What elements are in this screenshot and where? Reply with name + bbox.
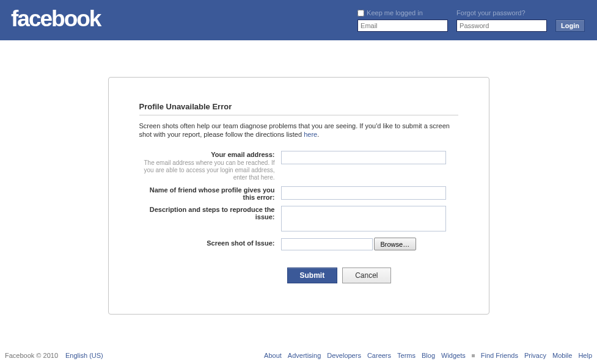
footer-link-findfriends[interactable]: Find Friends [481, 352, 518, 359]
browse-button[interactable]: Browse… [374, 238, 417, 250]
row-email: Your email address: The email address wh… [139, 151, 458, 181]
login-password-column: Forgot your password? [456, 9, 547, 32]
footer-link-widgets[interactable]: Widgets [441, 352, 466, 359]
friend-label-col: Name of friend whose profile gives you t… [139, 186, 281, 201]
screenshot-label-col: Screen shot of Issue: [139, 238, 281, 247]
row-screenshot: Screen shot of Issue: Browse… [139, 238, 458, 250]
submit-button[interactable]: Submit [287, 268, 338, 283]
screenshot-input-col: Browse… [281, 238, 458, 250]
forgot-password-link[interactable]: Forgot your password? [456, 9, 526, 16]
row-friend: Name of friend whose profile gives you t… [139, 186, 458, 201]
footer-link-terms[interactable]: Terms [397, 352, 416, 359]
keep-logged-in-label[interactable]: Keep me logged in [357, 9, 448, 17]
footer-link-careers[interactable]: Careers [367, 352, 391, 359]
email-label: Your email address: [139, 151, 275, 158]
description-label-col: Description and steps to reproduce the i… [139, 206, 281, 220]
intro-text-a: Screen shots often help our team diagnos… [139, 122, 450, 138]
facebook-logo: facebook [11, 6, 100, 32]
friend-input-col [281, 186, 458, 200]
footer-right: About Advertising Developers Careers Ter… [264, 352, 592, 359]
login-button[interactable]: Login [555, 20, 585, 32]
footer-link-about[interactable]: About [264, 352, 282, 359]
footer-link-privacy[interactable]: Privacy [524, 352, 546, 359]
email-input-col [281, 151, 458, 164]
directions-link[interactable]: here [304, 131, 317, 138]
footer-link-developers[interactable]: Developers [327, 352, 361, 359]
footer-link-help[interactable]: Help [578, 352, 592, 359]
screenshot-path-field[interactable] [281, 238, 373, 250]
row-description: Description and steps to reproduce the i… [139, 206, 458, 233]
friend-name-field[interactable] [281, 186, 446, 200]
footer-link-blog[interactable]: Blog [422, 352, 435, 359]
description-label: Description and steps to reproduce the i… [139, 206, 275, 220]
form-card: Profile Unavailable Error Screen shots o… [108, 77, 489, 315]
intro-text-b: . [317, 131, 319, 138]
screenshot-label: Screen shot of Issue: [139, 239, 275, 247]
footer-left: Facebook © 2010 English (US) [5, 352, 103, 359]
keep-logged-in-checkbox[interactable] [357, 10, 364, 16]
cancel-button[interactable]: Cancel [342, 268, 390, 283]
login-email-column: Keep me logged in [357, 9, 448, 32]
copyright: Facebook © 2010 [5, 352, 58, 359]
locale-link[interactable]: English (US) [65, 352, 103, 359]
login-button-column: Login [555, 9, 585, 32]
form-intro: Screen shots often help our team diagnos… [139, 122, 458, 139]
footer-separator-icon [472, 354, 475, 357]
footer-link-mobile[interactable]: Mobile [552, 352, 572, 359]
site-footer: Facebook © 2010 English (US) About Adver… [0, 352, 597, 359]
email-label-col: Your email address: The email address wh… [139, 151, 281, 181]
email-help: The email address where you can be reach… [139, 159, 275, 181]
site-header: facebook Keep me logged in Forgot your p… [0, 0, 597, 40]
footer-link-advertising[interactable]: Advertising [288, 352, 321, 359]
description-field[interactable] [281, 206, 446, 231]
form-title: Profile Unavailable Error [139, 102, 458, 115]
password-input[interactable] [456, 20, 547, 32]
your-email-field[interactable] [281, 151, 446, 164]
keep-logged-in-text: Keep me logged in [367, 9, 423, 16]
email-input[interactable] [357, 20, 448, 32]
login-area: Keep me logged in Forgot your password? … [357, 9, 585, 32]
friend-label: Name of friend whose profile gives you t… [139, 186, 275, 201]
button-row: Submit Cancel [287, 268, 458, 283]
description-input-col [281, 206, 458, 233]
